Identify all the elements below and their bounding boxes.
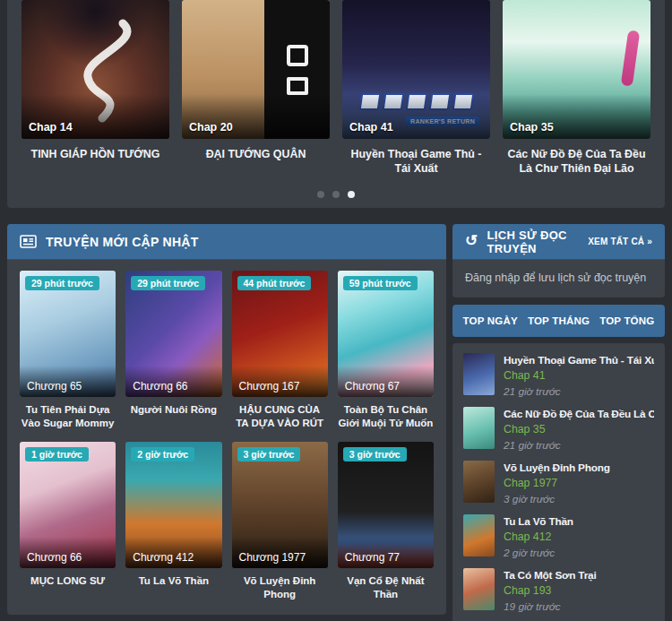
top-list-item[interactable]: Huyền Thoại Game Thủ - Tái XuấtChap 4121… — [463, 353, 654, 398]
comic-cover: 44 phút trướcChương 167 — [232, 271, 328, 397]
time-badge: 44 phút trước — [237, 276, 312, 290]
updated-time: 19 giờ trước — [504, 600, 597, 613]
carousel-slides: Chap 14TINH GIÁP HỒN TƯỚNGChap 20ĐẠI TƯỚ… — [7, 0, 665, 177]
comic-cover: 59 phút trướcChương 67 — [338, 271, 434, 397]
chapter-label: Chương 412 — [125, 537, 221, 568]
updated-time: 21 giờ trước — [504, 439, 654, 452]
page: Chap 14TINH GIÁP HỒN TƯỚNGChap 20ĐẠI TƯỚ… — [0, 0, 672, 621]
comic-card[interactable]: 1 giờ trướcChương 66MỤC LONG SƯ — [20, 442, 116, 602]
comic-thumbnail — [463, 568, 495, 610]
comic-title: Huyền Thoại Game Thủ - Tái Xuất — [342, 147, 490, 176]
time-badge: 59 phút trước — [343, 276, 418, 290]
tab-top-month[interactable]: TOP THÁNG — [528, 315, 590, 326]
updates-header-title: TRUYỆN MỚI CẬP NHẬT — [46, 235, 199, 249]
latest-chapter: Chap 193 — [504, 584, 597, 597]
comic-thumbnail — [463, 514, 495, 556]
carousel-dot[interactable] — [317, 191, 324, 198]
time-badge: 29 phút trước — [25, 276, 99, 290]
comic-card[interactable]: 29 phút trướcChương 65Tu Tiên Phải Dựa V… — [20, 271, 116, 431]
comic-title: Võ Luyện Đỉnh Phong — [232, 574, 328, 602]
history-header: ↺ LỊCH SỬ ĐỌC TRUYỆN XEM TẤT CẢ » — [452, 224, 665, 260]
top-list-item[interactable]: Võ Luyện Đỉnh PhongChap 19773 giờ trước — [463, 461, 654, 505]
comic-card[interactable]: 59 phút trướcChương 67Toàn Bộ Tu Chân Gi… — [338, 271, 434, 431]
top-item-meta: Các Nữ Đồ Đệ Của Ta Đều Là Chư...Chap 35… — [504, 407, 654, 452]
comic-thumbnail — [463, 353, 495, 395]
top-item-meta: Ta Có Một Sơn TrạiChap 19319 giờ trước — [504, 568, 597, 613]
comic-cover: 1 giờ trướcChương 66 — [20, 442, 116, 568]
comic-title: Tu La Võ Thần — [125, 574, 221, 602]
comic-card[interactable]: 3 giờ trướcChương 77Vạn Cổ Đệ Nhất Thần — [338, 442, 434, 602]
newspaper-icon — [20, 235, 37, 248]
carousel-dots — [7, 191, 665, 198]
history-icon: ↺ — [465, 233, 478, 248]
comic-card[interactable]: 44 phút trướcChương 167HẬU CUNG CỦA TA D… — [232, 271, 328, 431]
comic-card[interactable]: 3 giờ trướcChương 1977Võ Luyện Đỉnh Phon… — [232, 442, 328, 602]
latest-chapter: Chap 1977 — [504, 477, 610, 489]
top-item-meta: Tu La Võ ThầnChap 4122 giờ trước — [504, 514, 573, 559]
chapter-label: Chương 1977 — [232, 537, 328, 568]
updated-time: 3 giờ trước — [504, 493, 610, 505]
carousel-slide[interactable]: Chap 35Các Nữ Đồ Đệ Của Ta Đều Là Chư Th… — [503, 0, 650, 177]
chapter-label: Chương 66 — [125, 366, 221, 397]
updated-time: 21 giờ trước — [504, 385, 654, 398]
chapter-label: Chap 14 — [29, 121, 73, 134]
comic-title: Toàn Bộ Tu Chân Giới Muội Tử Muốn Bắt Ta — [338, 403, 434, 431]
comic-title: TINH GIÁP HỒN TƯỚNG — [22, 147, 169, 161]
comic-title: Huyền Thoại Game Thủ - Tái Xuất — [504, 354, 654, 367]
comic-cover: 3 giờ trướcChương 1977 — [232, 442, 328, 568]
carousel-dot[interactable] — [348, 191, 355, 198]
comic-title: Các Nữ Đồ Đệ Của Ta Đều Là Chư... — [504, 408, 654, 420]
comic-title: HẬU CUNG CỦA TA DỰA VÀO RÚT THẺ — [232, 403, 328, 431]
top-list-item[interactable]: Tu La Võ ThầnChap 4122 giờ trước — [463, 514, 654, 559]
chapter-label: Chap 41 — [349, 121, 393, 134]
comic-cover: 29 phút trướcChương 66 — [125, 271, 221, 397]
chapter-label: Chương 66 — [20, 537, 116, 568]
chapter-label: Chương 65 — [20, 366, 116, 397]
carousel-slide[interactable]: RANKER'S RETURNChap 41Huyền Thoại Game T… — [342, 0, 490, 177]
time-badge: 2 giờ trước — [131, 447, 194, 461]
cover-art — [621, 30, 641, 86]
comic-cover: Chap 14 — [22, 0, 169, 139]
chapter-label: Chap 20 — [189, 121, 233, 134]
featured-carousel: Chap 14TINH GIÁP HỒN TƯỚNGChap 20ĐẠI TƯỚ… — [7, 0, 665, 208]
comic-card[interactable]: 2 giờ trướcChương 412Tu La Võ Thần — [125, 442, 221, 602]
comic-title: Ta Có Một Sơn Trại — [504, 569, 597, 582]
updates-grid: 29 phút trướcChương 65Tu Tiên Phải Dựa V… — [7, 260, 446, 613]
chapter-label: Chương 77 — [338, 537, 434, 568]
time-badge: 3 giờ trước — [237, 447, 301, 461]
login-note: Đăng nhập để lưu lịch sử đọc truyện — [452, 260, 665, 298]
latest-chapter: Chap 41 — [504, 369, 654, 382]
top-list-item[interactable]: Ta Có Một Sơn TrạiChap 19319 giờ trước — [463, 568, 654, 613]
comic-title: Tu La Võ Thần — [504, 515, 573, 528]
comic-thumbnail — [463, 461, 495, 503]
comic-cover: Chap 20 — [182, 0, 330, 139]
time-badge: 29 phút trước — [131, 276, 205, 290]
tab-top-day[interactable]: TOP NGÀY — [463, 315, 518, 326]
comic-title: Người Nuôi Rồng — [125, 403, 221, 431]
comic-title: ĐẠI TƯỚNG QUÂN — [182, 147, 330, 161]
time-badge: 3 giờ trước — [343, 447, 407, 461]
chapter-label: Chương 67 — [338, 366, 434, 397]
comic-card[interactable]: 29 phút trướcChương 66Người Nuôi Rồng — [125, 271, 221, 431]
comic-title: Các Nữ Đồ Đệ Của Ta Đều Là Chư Thiên Đại… — [503, 147, 650, 177]
view-all-link[interactable]: XEM TẤT CẢ » — [588, 237, 652, 246]
carousel-slide[interactable]: Chap 20ĐẠI TƯỚNG QUÂN — [182, 0, 330, 177]
comic-cover: RANKER'S RETURNChap 41 — [342, 0, 490, 139]
history-header-title: LỊCH SỬ ĐỌC TRUYỆN — [487, 229, 589, 255]
carousel-dot[interactable] — [332, 191, 340, 198]
comic-title: MỤC LONG SƯ — [20, 574, 116, 602]
tab-top-total[interactable]: TOP TỔNG — [599, 315, 654, 326]
updated-time: 2 giờ trước — [504, 547, 573, 559]
top-list-item[interactable]: Các Nữ Đồ Đệ Của Ta Đều Là Chư...Chap 35… — [463, 407, 654, 452]
carousel-slide[interactable]: Chap 14TINH GIÁP HỒN TƯỚNG — [22, 0, 169, 177]
chapter-label: Chương 167 — [232, 366, 328, 397]
comic-title: Võ Luyện Đỉnh Phong — [504, 461, 610, 474]
top-list: Huyền Thoại Game Thủ - Tái XuấtChap 4121… — [452, 343, 665, 621]
comic-title: Tu Tiên Phải Dựa Vào Sugar Mommy — [20, 403, 116, 431]
time-badge: 1 giờ trước — [25, 447, 89, 461]
comic-cover: 3 giờ trướcChương 77 — [338, 442, 434, 568]
comic-cover: 29 phút trướcChương 65 — [20, 271, 116, 397]
sidebar: ↺ LỊCH SỬ ĐỌC TRUYỆN XEM TẤT CẢ » Đăng n… — [452, 224, 665, 621]
comic-cover: 2 giờ trướcChương 412 — [125, 442, 221, 568]
chapter-label: Chap 35 — [510, 121, 554, 134]
